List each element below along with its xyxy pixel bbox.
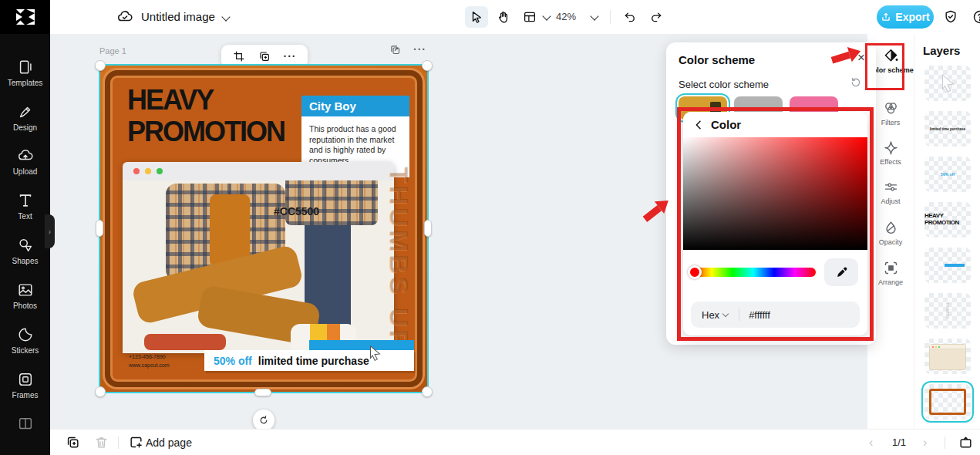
capcut-logo[interactable] [0,0,50,34]
export-button[interactable]: Export [877,5,934,29]
selected-element-frame[interactable]: HEAVY PROMOTION City Boy This product ha… [100,66,427,392]
more-options-icon[interactable]: ··· [284,50,297,62]
title-chevron-down-icon[interactable] [221,12,230,21]
page-more-icon[interactable]: ··· [413,43,426,56]
resize-handle-bottom[interactable] [254,389,271,396]
poster-design[interactable]: HEAVY PROMOTION City Boy This product ha… [100,66,427,392]
layer-limited-time-text[interactable]: limited time purchase [924,111,971,147]
layer-text: THUMBS [945,302,950,318]
left-sidebar: Templates Design Upload Text Shapes Phot… [0,34,50,455]
layer-cursor[interactable] [924,66,971,101]
poster-blue-bar[interactable] [309,340,414,350]
add-page-button[interactable]: Add page [146,430,192,455]
hex-format-chevron-icon[interactable] [722,311,729,317]
color-panel-title: Color [711,118,741,131]
redo-button[interactable] [645,6,667,28]
document-title[interactable]: Untitled image [141,0,215,34]
rotate-handle[interactable] [253,410,274,431]
resize-handle-bottom-left[interactable] [95,386,106,397]
poster-website: www.capcut.com [129,362,170,370]
cursor-tool-icon [470,10,483,24]
layer-vertical-text[interactable]: THUMBS [924,293,971,329]
select-tool-button[interactable] [465,6,488,28]
color-scheme-panel-title: Color scheme [679,53,755,66]
reset-icon[interactable] [850,76,862,89]
hand-tool-button[interactable] [493,6,514,28]
layout-chevron-down-icon[interactable] [542,12,551,20]
resize-handle-top-right[interactable] [422,60,433,71]
layers-panel: Layers limited time purchase 50% off HEA… [914,34,980,429]
eyedropper-button[interactable] [824,258,858,286]
crop-icon[interactable] [233,50,245,62]
hex-divider [739,308,739,321]
photo-stool [144,334,226,349]
browser-window-mockup[interactable] [123,162,394,353]
poster-hex-label[interactable]: #CC5500 [274,205,319,217]
traffic-dot-green [157,168,163,174]
stickers-icon [17,326,34,343]
poster-contact-info[interactable]: +123-456-7890 www.capcut.com [129,353,170,369]
layer-browser-frame[interactable] [924,339,971,374]
layer-headline-text[interactable]: HEAVY PROMOTION [924,202,971,238]
sidebar-item-templates[interactable]: Templates [0,59,50,87]
bottom-bar: Add page ‹ 1/1 › [50,429,980,455]
browser-titlebar [123,162,394,180]
hex-input[interactable]: Hex #ffffff [691,302,860,328]
templates-icon [17,59,34,76]
layer-text: 50% off [941,172,955,177]
layer-offer-text[interactable]: 50% off [924,157,971,192]
shapes-icon [17,237,34,254]
duplicate-icon[interactable] [258,50,271,62]
hex-value[interactable]: #ffffff [749,309,770,321]
sidebar-item-frames[interactable]: Frames [0,371,50,399]
color-picker-panel: Color Hex #ffffff [683,112,867,335]
add-page-icon[interactable] [129,435,143,450]
sidebar-item-label: Templates [0,79,50,87]
poster-headline[interactable]: HEAVY PROMOTION [127,83,320,147]
white-cursor-icon [366,344,383,362]
resize-handle-right[interactable] [424,220,432,237]
sidebar-item-label: Shapes [0,257,50,265]
sidebar-item-label: Upload [0,167,50,176]
resize-handle-bottom-right[interactable] [422,386,433,397]
sidebar-collapse-handle[interactable]: › [45,214,55,248]
blue-line-thumb [945,264,965,267]
upload-icon [17,147,34,164]
layout-tool-button[interactable] [519,6,541,28]
canvas-corner-actions: ··· [389,43,426,56]
privacy-shield-icon[interactable] [943,9,958,25]
sidebar-item-stickers[interactable]: Stickers [0,326,50,355]
saturation-field[interactable] [683,137,867,250]
undo-button[interactable] [619,6,641,28]
sidebar-item-design[interactable]: Design [0,103,50,132]
layer-blue-line[interactable] [924,248,971,283]
undo-icon [623,10,637,24]
resize-handle-left[interactable] [96,220,103,237]
zoom-chevron-down-icon[interactable] [590,12,598,20]
hex-format-label[interactable]: Hex [702,309,719,321]
sidebar-item-photos[interactable]: Photos [0,281,50,310]
prev-page-button[interactable]: ‹ [869,430,873,455]
browser-thumb [930,345,965,369]
sidebar-item-partial[interactable] [0,416,50,433]
delete-page-button[interactable] [94,435,109,450]
redo-icon [649,10,663,24]
sidebar-item-label: Frames [0,391,50,399]
hue-slider[interactable] [691,268,816,277]
next-page-button[interactable]: › [923,430,927,455]
hue-slider-handle[interactable] [688,265,702,279]
help-icon[interactable] [972,9,980,25]
duplicate-page-icon[interactable] [389,44,401,56]
sidebar-item-upload[interactable]: Upload [0,147,50,176]
toolbar-divider [610,10,611,24]
duplicate-page-button[interactable] [66,435,80,450]
layers-title: Layers [923,44,960,57]
layer-orange-frame[interactable] [924,384,971,420]
zoom-level[interactable]: 42% [556,0,576,34]
present-button[interactable] [958,435,973,450]
close-icon[interactable]: × [857,50,865,66]
sidebar-item-shapes[interactable]: Shapes [0,237,50,265]
back-chevron-icon[interactable] [692,119,705,131]
sidebar-item-text[interactable]: Text [0,192,50,221]
resize-handle-top-left[interactable] [95,60,106,71]
